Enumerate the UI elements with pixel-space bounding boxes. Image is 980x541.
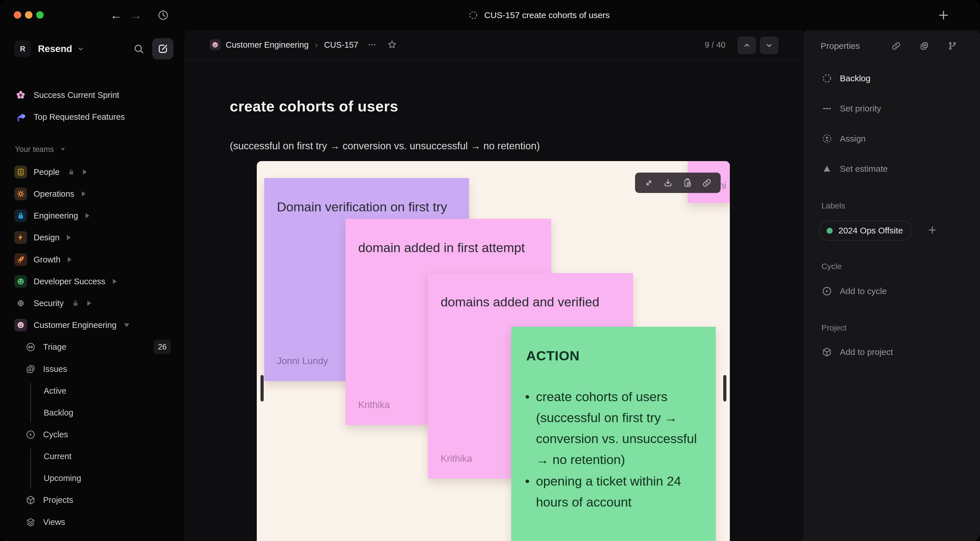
workspace-name[interactable]: Resend <box>38 43 72 54</box>
link-icon[interactable] <box>702 178 712 188</box>
labels-section-header: Labels <box>821 201 845 210</box>
sidebar-item-upcoming[interactable]: Upcoming <box>0 467 185 489</box>
cycle-section-header: Cycle <box>821 262 842 271</box>
sidebar-team-growth[interactable]: Growth <box>0 249 185 270</box>
sidebar-item-label: Active <box>44 386 66 396</box>
expand-caret-icon <box>88 301 91 306</box>
sidebar-item-active[interactable]: Active <box>0 380 185 402</box>
cycle-play-icon <box>821 286 832 297</box>
image-toolbar <box>635 173 721 193</box>
previous-issue-button[interactable] <box>738 37 756 54</box>
sticky-note-text: Domain verification on first try <box>277 196 457 217</box>
workspace-row: R Resend <box>0 37 185 60</box>
bullet-marker: • <box>525 471 536 512</box>
search-icon[interactable] <box>133 43 145 55</box>
sidebar-item-backlog[interactable]: Backlog <box>0 402 185 423</box>
sidebar-team-design[interactable]: Design <box>0 227 185 248</box>
set-priority-label: Set priority <box>840 103 881 113</box>
sidebar-item-triage[interactable]: Triage 26 <box>0 336 185 358</box>
expand-icon[interactable] <box>644 178 654 188</box>
issue-description-line[interactable]: (successful on first try → conversion vs… <box>230 140 540 152</box>
issue-title[interactable]: create cohorts of users <box>230 98 398 115</box>
sidebar-team-security[interactable]: Security <box>0 292 185 314</box>
expand-caret-icon <box>67 235 71 240</box>
zoom-window-button[interactable] <box>36 11 44 19</box>
priority-none-icon <box>821 103 832 114</box>
image-resize-handle-right[interactable] <box>723 375 726 401</box>
chevron-down-icon[interactable] <box>77 45 85 53</box>
sidebar-team-engineering[interactable]: Engineering <box>0 205 185 227</box>
status-row[interactable]: Backlog <box>821 68 870 88</box>
favorite-star-icon[interactable] <box>387 39 398 50</box>
lock-icon <box>67 168 76 176</box>
bolt-icon <box>14 231 27 244</box>
sidebar-item-label: Top Requested Features <box>33 112 125 122</box>
close-window-button[interactable] <box>14 11 21 19</box>
chevron-up-icon <box>743 41 751 50</box>
sidebar-item-current[interactable]: Current <box>0 446 185 467</box>
sidebar-item-top-requested-features[interactable]: Top Requested Features <box>0 106 185 128</box>
bullet-marker: • <box>525 386 536 470</box>
sidebar-team-developer-success[interactable]: Developer Success <box>0 270 185 292</box>
set-priority-row[interactable]: Set priority <box>821 99 881 119</box>
sidebar-team-people[interactable]: People <box>0 161 185 183</box>
sticky-note-bullet: •create cohorts of users (successful on … <box>525 386 702 470</box>
sidebar-item-label: Views <box>43 517 65 527</box>
expand-caret-icon <box>68 257 72 262</box>
issue-pager: 9 / 40 <box>705 30 725 59</box>
expand-caret-icon <box>86 213 89 218</box>
breadcrumb-issue-id[interactable]: CUS-157 <box>324 40 358 50</box>
label-pill[interactable]: 2024 Ops Offsite <box>819 221 912 241</box>
history-button[interactable] <box>157 0 169 30</box>
team-label: Developer Success <box>33 277 105 286</box>
smiley-icon <box>14 319 27 331</box>
forward-button[interactable]: → <box>130 0 142 30</box>
sidebar-item-views[interactable]: Views <box>0 511 185 533</box>
sidebar-item-projects[interactable]: Projects <box>0 489 185 511</box>
sidebar: R Resend Success Current Sprint Top Requ… <box>0 30 185 541</box>
new-issue-button[interactable] <box>152 38 173 59</box>
sticky-note-author: Krithika <box>441 453 472 464</box>
next-issue-button[interactable] <box>760 37 778 54</box>
sidebar-item-issues[interactable]: Issues <box>0 358 185 380</box>
gear-icon <box>14 188 27 200</box>
breadcrumb-team[interactable]: Customer Engineering <box>226 40 309 50</box>
sidebar-team-customer-engineering[interactable]: Customer Engineering <box>0 314 185 336</box>
expand-caret-icon <box>82 191 86 196</box>
download-icon[interactable] <box>663 178 673 188</box>
duplicate-icon[interactable] <box>919 41 929 51</box>
sidebar-item-cycles[interactable]: Cycles <box>0 423 185 446</box>
sidebar-item-label: Success Current Sprint <box>33 91 119 100</box>
sticky-note-text: domains added and verified <box>441 291 620 312</box>
workspace-logo[interactable]: R <box>14 40 31 57</box>
team-label: Design <box>33 233 59 242</box>
minimize-window-button[interactable] <box>25 11 32 19</box>
add-to-cycle-row[interactable]: Add to cycle <box>821 281 887 301</box>
window-title: CUS-157 create cohorts of users <box>484 10 610 20</box>
link-icon[interactable] <box>891 41 901 51</box>
breadcrumb-separator: › <box>315 40 318 50</box>
sidebar-item-success-current-sprint[interactable]: Success Current Sprint <box>0 84 185 106</box>
breadcrumb: Customer Engineering › CUS-157 <box>210 30 398 59</box>
id-card-icon <box>14 166 27 178</box>
new-tab-button[interactable] <box>937 0 950 30</box>
git-branch-icon[interactable] <box>947 41 958 51</box>
add-to-project-row[interactable]: Add to project <box>821 342 893 362</box>
set-estimate-row[interactable]: Set estimate <box>821 159 888 179</box>
backlog-status-icon <box>468 10 479 21</box>
sticky-note-heading: ACTION <box>526 345 702 366</box>
your-teams-header[interactable]: Your teams <box>0 141 185 158</box>
rocket-icon <box>14 253 27 266</box>
image-resize-handle-left[interactable] <box>261 375 264 401</box>
add-label-icon[interactable] <box>927 224 938 236</box>
lock-blue-icon <box>14 209 27 222</box>
sidebar-team-operations[interactable]: Operations <box>0 183 185 205</box>
back-button[interactable]: ← <box>110 0 122 30</box>
cube-icon <box>25 495 36 505</box>
whiteboard-image[interactable]: hi Domain verification on first try Jonn… <box>257 161 730 541</box>
pager-count: 9 / 40 <box>705 40 725 50</box>
more-options-icon[interactable] <box>367 40 377 50</box>
plus-icon <box>937 9 950 22</box>
copy-to-clipboard-icon[interactable] <box>682 178 693 188</box>
assign-row[interactable]: Assign <box>821 129 866 149</box>
